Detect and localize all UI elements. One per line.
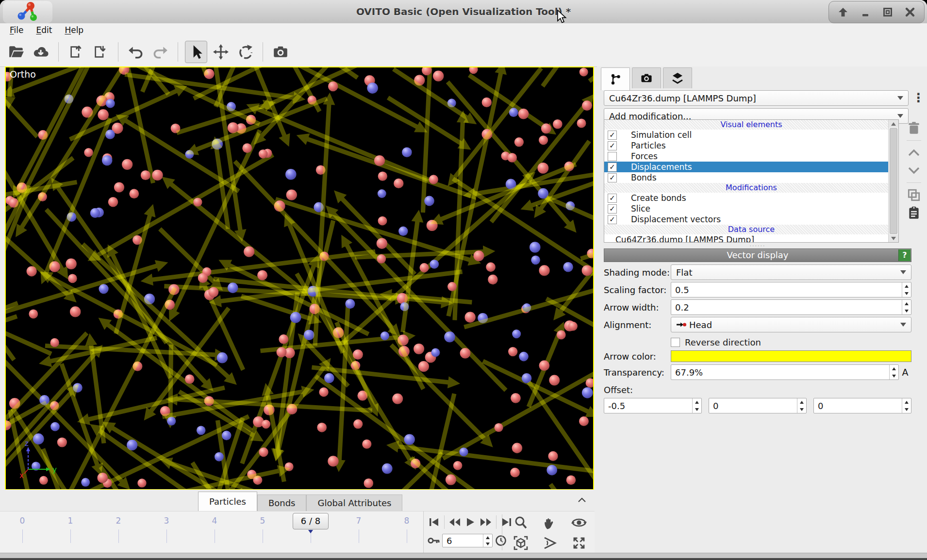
scaling-factor-value[interactable]: 0.5 <box>671 282 902 297</box>
orbit-mode-button[interactable] <box>569 513 589 532</box>
arrow-width-value[interactable]: 0.2 <box>671 300 902 314</box>
import-remote-file-button[interactable] <box>30 41 51 63</box>
pipeline-item[interactable]: ✓Displacements <box>604 162 898 172</box>
close-icon[interactable] <box>902 4 918 20</box>
spinner-buttons[interactable] <box>902 300 911 314</box>
title-bar[interactable]: OVITO Basic (Open Visualization Tool) * <box>0 0 927 24</box>
offset-z-value[interactable]: 0 <box>814 398 902 413</box>
transparency-value[interactable]: 67.9% <box>671 365 889 379</box>
undo-button[interactable] <box>125 41 147 63</box>
pipeline-list-scrollbar[interactable] <box>888 120 898 242</box>
offset-x-value[interactable]: -0.5 <box>604 398 692 413</box>
spinner-buttons[interactable] <box>902 282 911 297</box>
arrow-color-swatch[interactable] <box>671 350 911 362</box>
pipeline-item[interactable]: Forces <box>604 151 898 162</box>
export-file-button[interactable] <box>66 41 87 63</box>
spinner-buttons[interactable] <box>692 398 701 413</box>
transparency-spinbox[interactable]: 67.9% <box>671 364 899 380</box>
move-item-up-button[interactable] <box>904 144 924 162</box>
move-item-down-button[interactable] <box>904 162 924 179</box>
move-mode-button[interactable] <box>210 41 232 63</box>
offset-z-spinbox[interactable]: 0 <box>813 398 911 413</box>
item-checkbox[interactable]: ✓ <box>608 131 617 140</box>
menu-help[interactable]: Help <box>65 25 83 35</box>
toolbar-separator <box>263 42 263 62</box>
help-button[interactable]: ? <box>898 249 910 261</box>
pipeline-menu-button[interactable]: ⋮ <box>912 94 925 102</box>
offset-y-value[interactable]: 0 <box>709 398 797 413</box>
pipeline-item[interactable]: ✓Particles <box>604 140 898 151</box>
pipeline-item[interactable]: ✓Simulation cell <box>604 130 898 140</box>
menu-file[interactable]: File <box>10 25 23 35</box>
viewport-projection-label[interactable]: Ortho <box>10 69 36 80</box>
render-snapshot-button[interactable] <box>270 41 291 63</box>
field-of-view-button[interactable] <box>540 534 560 552</box>
jump-first-frame-button[interactable] <box>427 515 441 529</box>
scaling-factor-spinbox[interactable]: 0.5 <box>671 282 911 297</box>
animate-parameter-button[interactable]: A <box>899 367 911 378</box>
pipeline-source-selector[interactable]: Cu64Zr36.dump [LAMMPS Dump] <box>604 90 909 106</box>
previous-frame-button[interactable] <box>447 515 462 529</box>
tab-global-attributes[interactable]: Global Attributes <box>306 494 402 511</box>
import-file-button[interactable] <box>90 41 111 63</box>
scroll-up-icon[interactable] <box>889 120 898 128</box>
frame-spinbox-value[interactable]: 6 <box>443 534 483 547</box>
play-button[interactable] <box>463 515 478 529</box>
panel-splitter-handle[interactable]: ······ <box>604 244 911 248</box>
scroll-down-icon[interactable] <box>889 234 898 242</box>
redo-button[interactable] <box>149 41 171 63</box>
minimize-icon[interactable] <box>857 4 874 20</box>
item-checkbox[interactable]: ✓ <box>608 173 617 182</box>
pipeline-item[interactable]: ✓Create bonds <box>604 193 898 203</box>
zoom-scene-extents-button[interactable] <box>511 534 530 552</box>
item-checkbox[interactable]: ✓ <box>608 194 617 203</box>
shading-mode-select[interactable]: Flat <box>671 264 911 280</box>
reverse-direction-checkbox[interactable] <box>671 338 680 347</box>
item-checkbox[interactable]: ✓ <box>608 204 617 214</box>
spinner-buttons[interactable] <box>797 398 806 413</box>
animation-settings-key-icon[interactable] <box>427 533 441 548</box>
transport-panel: 6 <box>423 511 595 554</box>
viewport-ortho[interactable]: zyx Ortho <box>5 66 594 490</box>
duplicate-item-button[interactable] <box>904 186 924 204</box>
particle-scene[interactable]: zyx <box>6 67 593 489</box>
item-checkbox[interactable]: ✓ <box>608 163 617 172</box>
menu-edit[interactable]: Edit <box>36 25 52 35</box>
spinner-buttons[interactable] <box>902 398 911 413</box>
item-checkbox[interactable]: ✓ <box>608 215 617 224</box>
next-frame-button[interactable] <box>479 515 493 529</box>
frame-spinbox[interactable]: 6 <box>442 534 493 547</box>
tab-bonds[interactable]: Bonds <box>257 494 307 511</box>
maximize-viewport-button[interactable] <box>569 534 589 552</box>
offset-x-spinbox[interactable]: -0.5 <box>604 398 702 413</box>
vector-display-rollout-header[interactable]: Vector display ? <box>604 248 911 262</box>
copy-pipeline-button[interactable] <box>904 204 924 221</box>
tab-layers[interactable] <box>663 67 692 88</box>
pipeline-item[interactable]: Cu64Zr36.dump [LAMMPS Dump] <box>604 234 898 243</box>
scrollbar-thumb[interactable] <box>890 128 897 234</box>
item-checkbox[interactable] <box>608 152 617 161</box>
zoom-mode-button[interactable] <box>511 513 530 532</box>
spinner-buttons[interactable] <box>889 365 898 379</box>
arrow-width-spinbox[interactable]: 0.2 <box>671 299 911 315</box>
tab-pipeline[interactable] <box>601 67 630 90</box>
delete-item-button[interactable] <box>904 119 924 137</box>
tab-particles[interactable]: Particles <box>198 492 257 511</box>
pipeline-item[interactable]: ✓Bonds <box>604 172 898 183</box>
maximize-icon[interactable] <box>879 4 896 20</box>
pan-mode-button[interactable] <box>540 513 560 532</box>
offset-y-spinbox[interactable]: 0 <box>709 398 807 413</box>
rotate-mode-button[interactable] <box>234 41 256 63</box>
tab-render[interactable] <box>632 67 661 88</box>
pipeline-item[interactable]: ✓Displacement vectors <box>604 214 898 225</box>
open-file-button[interactable] <box>6 41 27 63</box>
inspector-collapse-button[interactable] <box>578 495 586 505</box>
spinner-buttons[interactable] <box>483 534 492 547</box>
pipeline-item[interactable]: ✓Slice <box>604 203 898 214</box>
item-checkbox[interactable]: ✓ <box>608 141 617 150</box>
alignment-select[interactable]: Head <box>671 317 911 332</box>
timeline-slider-handle[interactable]: 6 / 8 <box>293 513 329 529</box>
animation-timeline[interactable]: 0123456786 / 8 <box>0 511 423 554</box>
shade-window-icon[interactable] <box>835 4 851 20</box>
select-mode-button[interactable] <box>185 41 207 63</box>
